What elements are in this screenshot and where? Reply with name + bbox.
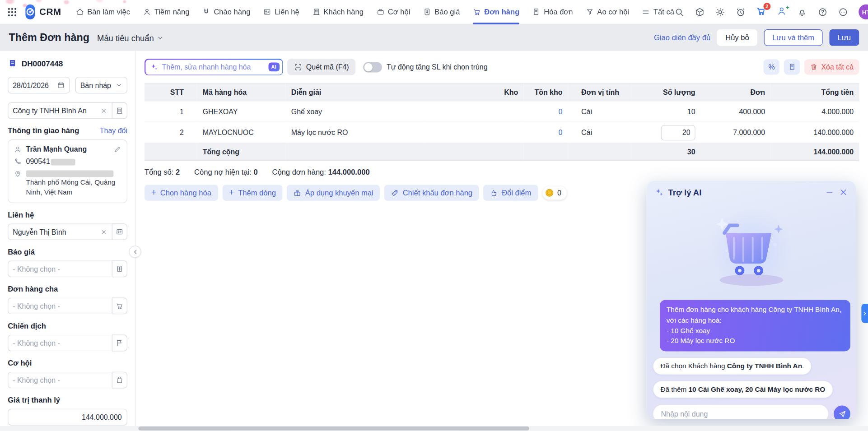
more-options-icon[interactable] xyxy=(838,7,848,17)
menu-item-customers[interactable]: Khách hàng xyxy=(312,0,364,24)
help-icon[interactable] xyxy=(817,7,827,17)
campaign-select[interactable]: - Không chọn - xyxy=(8,335,112,352)
apply-promotion-button[interactable]: Áp dụng khuyến mại xyxy=(287,185,380,201)
campaign-label: Chiến dịch xyxy=(8,322,127,330)
hamburger-icon xyxy=(642,8,650,16)
add-row-button[interactable]: +Thêm dòng xyxy=(222,185,282,201)
order-status-select[interactable]: Bản nháp xyxy=(75,77,127,93)
auto-increase-qty-label: Tự động tăng SL khi chọn trùng xyxy=(387,63,488,71)
app-launcher-icon[interactable] xyxy=(7,6,18,18)
qty-cell[interactable]: 10 xyxy=(632,101,701,122)
wallet-icon xyxy=(376,8,384,16)
table-row[interactable]: 1 GHEXOAY Ghế xoay 0 Cái 10 400.000 4.00… xyxy=(145,101,859,122)
opportunity-select[interactable]: - Không chọn - xyxy=(8,372,112,389)
full-view-link[interactable]: Giao diện đầy đủ xyxy=(654,33,710,42)
close-icon[interactable] xyxy=(839,188,848,197)
menu-item-workspace[interactable]: Bàn làm việc xyxy=(75,0,130,24)
percent-discount-button[interactable]: % xyxy=(764,59,780,74)
chevron-down-icon xyxy=(157,34,164,41)
stock-link[interactable]: 0 xyxy=(559,128,563,136)
menu-item-contacts[interactable]: Liên hệ xyxy=(263,0,299,24)
thumb-up-icon xyxy=(490,189,498,197)
package-icon[interactable] xyxy=(695,7,705,17)
menu-item-quotes[interactable]: Báo giá xyxy=(423,0,460,24)
customer-field-group: Công ty TNHH Bình An xyxy=(8,102,127,119)
horizontal-scrollbar[interactable] xyxy=(0,426,868,431)
save-button[interactable]: Lưu xyxy=(829,29,859,46)
ai-input-placeholder: Thêm, sửa nhanh hàng hóa xyxy=(162,63,265,71)
order-date-input[interactable]: 28/01/2026 xyxy=(8,77,70,93)
edit-icon[interactable] xyxy=(113,145,121,153)
campaign-lookup-button[interactable] xyxy=(112,335,127,352)
plus-icon: + xyxy=(151,188,156,197)
menu-item-invoices[interactable]: Hóa đơn xyxy=(532,0,573,24)
menu-item-opportunities[interactable]: Cơ hội xyxy=(376,0,410,24)
table-row[interactable]: 2 MAYLOCNUOC Máy lọc nước RO 0 Cái 7.000… xyxy=(145,122,859,143)
menu-item-leads[interactable]: Tiềm năng xyxy=(143,0,189,24)
change-delivery-link[interactable]: Thay đổi xyxy=(100,127,127,135)
save-and-add-button[interactable]: Lưu và thêm xyxy=(764,29,823,46)
user-avatar[interactable]: HT xyxy=(859,5,868,19)
liquidation-value-input[interactable] xyxy=(8,409,127,426)
clear-icon[interactable] xyxy=(100,107,107,114)
calendar-icon xyxy=(57,81,65,89)
side-panel-expand-tab[interactable] xyxy=(861,304,868,323)
gift-icon xyxy=(294,189,301,197)
stock-link[interactable]: 0 xyxy=(559,107,563,116)
building-icon xyxy=(116,107,123,115)
opportunity-lookup-button[interactable] xyxy=(112,372,127,389)
menu-item-offers[interactable]: Chào hàng xyxy=(202,0,251,24)
customer-input[interactable]: Công ty TNHH Bình An xyxy=(8,102,112,119)
points-badge[interactable]: 0 xyxy=(542,186,567,199)
template-selector[interactable]: Mẫu tiêu chuẩn xyxy=(97,33,164,42)
ai-message-input[interactable]: Nhập nội dung xyxy=(653,405,828,419)
contact-lookup-button[interactable] xyxy=(112,224,127,241)
contact-label: Liên hệ xyxy=(8,211,127,219)
page-header: Thêm Đơn hàng Mẫu tiêu chuẩn Giao diện đ… xyxy=(0,24,868,51)
table-total-row: Tổng cộng 30 144.000.000 xyxy=(145,143,859,161)
ai-bot-message: Đã thêm 10 Cái Ghế xoay, 20 Cái Máy lọc … xyxy=(653,381,832,398)
minimize-icon[interactable] xyxy=(825,188,834,197)
sidebar-collapse-button[interactable] xyxy=(129,246,141,258)
customer-lookup-button[interactable] xyxy=(112,102,127,119)
auto-increase-qty-toggle[interactable] xyxy=(363,62,382,72)
discount-tag-icon xyxy=(391,189,399,197)
search-icon[interactable] xyxy=(674,7,684,17)
parent-order-lookup-button[interactable] xyxy=(112,298,127,315)
parent-order-select[interactable]: - Không chọn - xyxy=(8,298,112,315)
menu-item-all[interactable]: Tất cả xyxy=(642,0,674,24)
add-user-button[interactable]: + xyxy=(777,6,787,18)
order-discount-button[interactable]: Chiết khấu đơn hàng xyxy=(384,185,479,201)
redeem-points-button[interactable]: Đổi điểm xyxy=(484,185,538,201)
settings-icon[interactable] xyxy=(715,7,725,17)
invoice-note-button[interactable] xyxy=(784,59,800,74)
opportunity-label: Cơ hội xyxy=(8,359,127,367)
qty-input[interactable] xyxy=(661,125,695,140)
flag-icon xyxy=(116,339,123,347)
menu-item-orders[interactable]: Đơn hàng xyxy=(473,0,520,24)
items-toolbar: Thêm, sửa nhanh hàng hóa AI Quét mã (F4)… xyxy=(145,59,859,75)
menu-item-opportunity-pool[interactable]: Ao cơ hội xyxy=(586,0,629,24)
col-warehouse: Kho xyxy=(424,83,524,101)
quote-lookup-button[interactable] xyxy=(112,261,127,278)
recipient-address: Thành phố Móng Cái, Quảng Ninh, Việt Nam xyxy=(26,177,121,197)
ai-sparkle-icon xyxy=(150,63,158,71)
cart-notification-button[interactable]: 2 xyxy=(756,6,766,18)
scan-barcode-button[interactable]: Quét mã (F4) xyxy=(287,59,355,75)
item-code: GHEXOAY xyxy=(197,101,285,122)
send-button[interactable] xyxy=(834,406,850,419)
shopping-cart-illustration xyxy=(647,201,856,300)
crm-logo[interactable] xyxy=(25,5,35,19)
scrollbar-thumb[interactable] xyxy=(138,426,529,431)
notifications-icon[interactable] xyxy=(797,7,807,17)
total-qty: 30 xyxy=(632,143,701,161)
ai-panel-title: Trợ lý AI xyxy=(668,188,821,197)
delete-all-button[interactable]: Xóa tất cả xyxy=(805,59,859,74)
pick-goods-button[interactable]: +Chọn hàng hóa xyxy=(145,185,218,201)
clear-icon[interactable] xyxy=(100,228,107,236)
reminder-icon[interactable] xyxy=(736,7,746,17)
quote-select[interactable]: - Không chọn - xyxy=(8,261,112,278)
contact-input[interactable]: Nguyễn Thị Bình xyxy=(8,224,112,241)
cancel-button[interactable]: Hủy bỏ xyxy=(717,29,757,46)
ai-quick-add-input[interactable]: Thêm, sửa nhanh hàng hóa AI xyxy=(145,59,283,75)
